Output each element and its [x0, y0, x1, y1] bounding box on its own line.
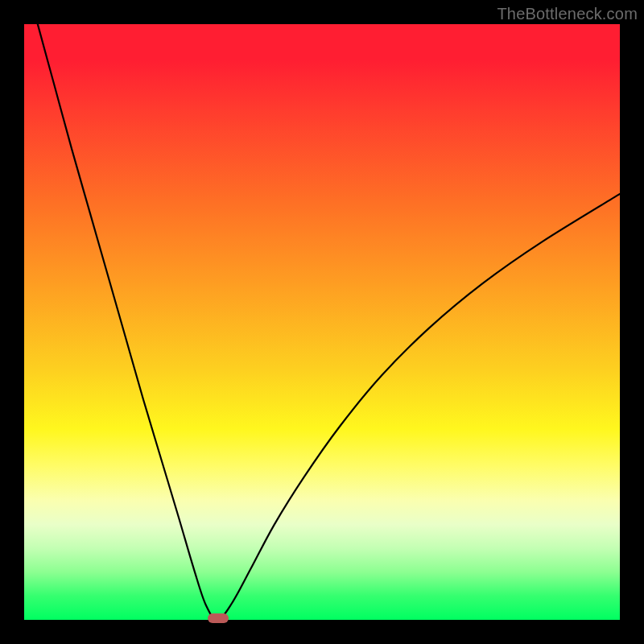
- optimal-point-marker: [208, 613, 229, 623]
- chart-frame: TheBottleneck.com: [0, 0, 644, 644]
- plot-area: [24, 24, 620, 620]
- bottleneck-curve: [24, 24, 620, 620]
- watermark-text: TheBottleneck.com: [497, 5, 638, 23]
